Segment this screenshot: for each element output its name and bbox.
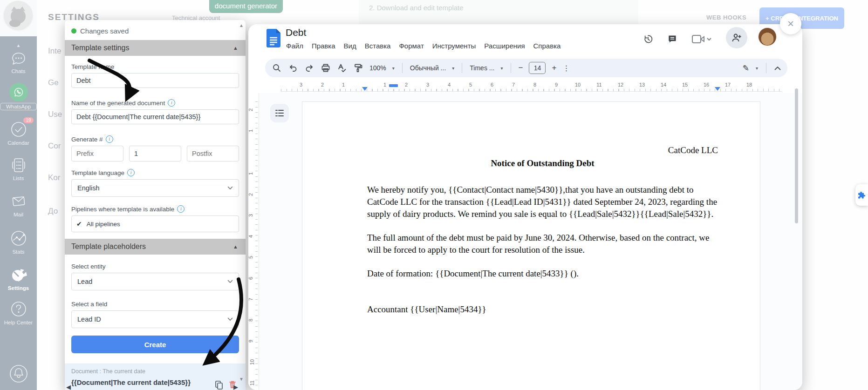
ruler-number: 7 [512, 82, 515, 87]
font-select[interactable]: Times ... [470, 64, 494, 72]
template-settings-panel: Changes saved Template settings ▲ Templa… [65, 20, 246, 390]
ruler-number: 8 [533, 82, 536, 87]
menu-item[interactable]: Вид [340, 40, 361, 52]
ruler-number: 17 [725, 82, 731, 87]
video-call-icon[interactable] [691, 34, 712, 45]
saved-status-dot [71, 28, 76, 34]
section-template-settings[interactable]: Template settings ▲ [65, 40, 246, 56]
postfix-input[interactable] [187, 146, 239, 161]
menu-item[interactable]: Правка [308, 40, 340, 52]
collapse-icon[interactable]: ▲ [233, 45, 238, 51]
account-avatar[interactable] [759, 28, 776, 46]
select-field-select[interactable]: Lead ID [71, 310, 239, 328]
increase-font-size-button[interactable]: + [552, 63, 556, 73]
spellcheck-icon[interactable] [337, 63, 347, 73]
check-icon: ✔ [76, 220, 82, 228]
document-title[interactable]: Debt [286, 27, 306, 38]
comments-icon[interactable] [667, 33, 677, 45]
editing-mode-icon[interactable]: ✎ [743, 63, 749, 73]
info-icon[interactable]: i [177, 205, 185, 213]
template-name-input[interactable] [71, 73, 239, 88]
vertical-ruler[interactable]: 211234567891011 [248, 93, 259, 390]
right-indent-marker[interactable] [715, 87, 720, 91]
caret-down-icon[interactable]: ▾ [392, 66, 395, 71]
left-indent-marker[interactable] [362, 87, 368, 91]
toolbar-overflow-icon[interactable]: ⋮ [562, 64, 570, 73]
caret-down-icon[interactable]: ▾ [452, 66, 454, 71]
document-page[interactable]: CatCode LLC Notice of Outstanding Debt W… [302, 101, 760, 390]
ruler-ticks [255, 101, 258, 390]
panel-scroll-down-icon[interactable]: ▼ [239, 377, 244, 382]
doc-body: We hereby notify you, {{Contact|Contact … [367, 184, 718, 327]
info-icon[interactable]: i [168, 99, 175, 107]
template-language-select[interactable]: English [71, 179, 239, 197]
paragraph-style-select[interactable]: Обычный ... [410, 64, 446, 72]
horizontal-ruler[interactable]: 321123456789101112131415161718 [248, 81, 796, 93]
number-input[interactable] [129, 146, 181, 161]
doc-company-line: CatCode LLC [367, 145, 718, 155]
chevron-down-icon [227, 280, 233, 283]
ruler-number: 14 [661, 82, 666, 87]
ruler-number: 9 [248, 340, 253, 343]
ruler-number: 9 [555, 82, 558, 87]
prefix-input[interactable] [71, 146, 123, 161]
share-button[interactable] [726, 27, 747, 48]
doc-paragraph: The full amount of the debt must be paid… [367, 232, 718, 256]
caret-down-icon[interactable]: ▾ [756, 66, 758, 71]
document-outline-button[interactable] [270, 104, 289, 122]
menu-item[interactable]: Расширения [480, 40, 529, 52]
collapse-icon[interactable]: ▲ [233, 244, 238, 249]
ruler-number: 10 [249, 359, 255, 365]
toolbar-divider [511, 63, 511, 73]
close-modal-button[interactable]: × [780, 13, 801, 34]
section-template-placeholders[interactable]: Template placeholders ▲ [65, 239, 246, 255]
puzzle-icon [858, 191, 866, 199]
menu-item[interactable]: Справка [529, 40, 565, 52]
chevron-down-icon [227, 317, 233, 321]
search-icon[interactable] [272, 63, 282, 73]
select-entity-select[interactable]: Lead [71, 273, 239, 290]
ruler-number: 2 [248, 108, 253, 111]
redo-icon[interactable] [304, 64, 314, 72]
menu-item[interactable]: Файл [282, 40, 308, 52]
ruler-number: 6 [491, 82, 493, 87]
caret-down-icon[interactable]: ▾ [500, 66, 503, 71]
panel-scroll-left-icon[interactable]: ◀ [66, 383, 71, 390]
docs-scrollbar-thumb[interactable] [795, 88, 798, 223]
info-icon[interactable]: i [106, 135, 113, 143]
create-button[interactable]: Create [71, 336, 239, 353]
pipelines-select[interactable]: ✔ All pipelines [71, 215, 239, 232]
undo-icon[interactable] [288, 64, 298, 72]
extension-puzzle-tab[interactable] [855, 184, 868, 206]
paint-format-icon[interactable] [353, 63, 363, 73]
menu-item[interactable]: Инструменты [428, 40, 480, 52]
ruler-number: 6 [248, 277, 253, 280]
generated-name-input[interactable] [71, 109, 239, 124]
font-size-input[interactable]: 14 [529, 62, 546, 74]
menu-item[interactable]: Вставка [361, 40, 395, 52]
google-docs-window: Debt ФайлПравкаВидВставкаФорматИнструмен… [248, 24, 802, 390]
panel-scroll-up-icon[interactable]: ▲ [239, 23, 244, 28]
ruler-number: 3 [426, 82, 429, 87]
ruler-number: 2 [321, 82, 324, 87]
copy-icon[interactable] [215, 380, 223, 390]
generate-number-label: Generate # i [71, 135, 239, 143]
version-history-icon[interactable] [643, 33, 653, 45]
pipelines-label: Pipelines where template is available i [71, 205, 239, 213]
doc-paragraph: Date of formation: {{Document|The curren… [367, 268, 718, 280]
collapse-toolbar-icon[interactable] [774, 66, 781, 70]
decrease-font-size-button[interactable]: − [519, 63, 523, 73]
panel-scroll-right-icon[interactable]: ▶ [233, 383, 238, 390]
doc-paragraph: Accountant {{User|Name|5434}} [367, 303, 718, 316]
ruler-number: 15 [682, 82, 688, 87]
menu-item[interactable]: Формат [395, 40, 428, 52]
info-icon[interactable]: i [127, 169, 135, 176]
document-canvas: 211234567891011 CatCode LLC Notice of Ou… [248, 93, 802, 390]
print-icon[interactable] [321, 63, 331, 73]
zoom-select[interactable]: 100% [369, 64, 386, 72]
doc-heading: Notice of Outstanding Debt [367, 158, 718, 168]
tab-stop-marker[interactable] [389, 84, 398, 87]
toolbar-divider [766, 63, 766, 73]
ruler-number: 5 [248, 256, 253, 259]
ruler-number: 5 [469, 82, 472, 87]
